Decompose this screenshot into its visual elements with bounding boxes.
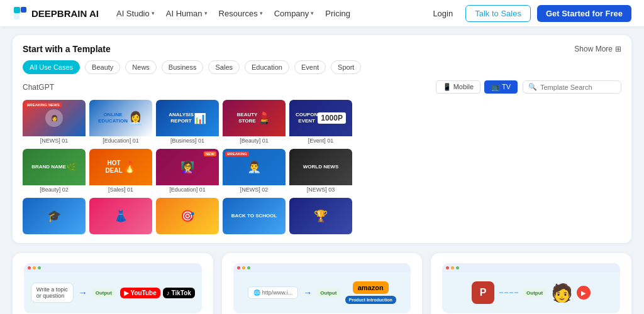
mobile-view-button[interactable]: 📱 Mobile <box>436 80 480 94</box>
template-search-box[interactable]: 🔍 <box>523 80 621 94</box>
output-badge: Output <box>317 289 340 297</box>
person-icon: 🧑 <box>551 283 573 303</box>
template-card[interactable]: BEAUTYSTORE 💄 [Beauty] 01 <box>223 100 286 145</box>
template-title: Start with a Template <box>23 44 111 54</box>
filter-news[interactable]: News <box>125 60 157 74</box>
new-badge: NEW <box>204 151 216 156</box>
ppt-illustration: P Output 🧑 ▶ <box>442 263 620 313</box>
svg-rect-0 <box>14 7 20 13</box>
nav-right: Login Talk to Sales Get Started for Free <box>426 5 631 22</box>
template-card-label: [Beauty] 01 <box>223 136 286 145</box>
nav-pricing[interactable]: Pricing <box>325 9 350 18</box>
template-card-label: [Sales] 01 <box>89 185 152 194</box>
chevron-down-icon: ▾ <box>152 10 155 16</box>
url-illustration: 🌐 http/www.i... → Output amazon Product … <box>233 263 411 313</box>
connector-line <box>499 292 518 293</box>
chevron-down-icon: ▾ <box>311 10 314 16</box>
filter-beauty[interactable]: Beauty <box>85 60 120 74</box>
template-card[interactable]: ONLINEEDUCATION 👩‍💼 [Education] 01 <box>89 100 152 145</box>
template-search-input[interactable] <box>540 84 616 91</box>
template-card[interactable]: 🏆 <box>289 198 352 234</box>
filter-all[interactable]: All Use Cases <box>23 60 80 74</box>
chevron-down-icon: ▾ <box>204 10 208 16</box>
logo-icon <box>13 6 28 21</box>
breaking-badge: BREAKING <box>225 151 249 156</box>
get-started-button[interactable]: Get Started for Free <box>537 5 631 22</box>
nav-resources[interactable]: Resources ▾ <box>219 9 263 18</box>
powerpoint-icon: P <box>472 281 494 304</box>
template-row-1: BREAKING NEWS 👩 [NEWS] 01 ONLINEEDUCATIO… <box>23 100 621 145</box>
filter-sales[interactable]: Sales <box>208 60 240 74</box>
prompt-illustration: Write a topicor question → Output ▶ YouT… <box>24 263 202 313</box>
template-card[interactable]: 👗 <box>89 198 152 234</box>
template-card[interactable]: 🎓 <box>23 198 86 234</box>
amazon-logo: amazon <box>353 281 389 294</box>
prompt-to-video-card: Write a topicor question → Output ▶ YouT… <box>13 253 213 314</box>
nav-company[interactable]: Company ▾ <box>274 9 314 18</box>
chatgpt-label: ChatGPT <box>23 83 54 92</box>
output-badge: Output <box>92 289 115 297</box>
arrow-icon: → <box>303 288 312 298</box>
breaking-badge: BREAKING NEWS <box>25 102 62 107</box>
arrow-icon: → <box>79 288 87 298</box>
template-card[interactable]: BREAKING 👨‍💼 [NEWS] 02 <box>223 149 286 194</box>
search-row: ChatGPT 📱 Mobile 📺 TV 🔍 <box>23 80 621 94</box>
search-icon: 🔍 <box>528 83 537 91</box>
template-card-label: [Event] 01 <box>289 136 352 145</box>
filter-education[interactable]: Education <box>245 60 289 74</box>
template-card[interactable]: WORLD NEWS [NEWS] 03 <box>289 149 352 194</box>
logo-text: DEEPBRAIN AI <box>31 8 99 19</box>
nav-links: AI Studio ▾ AI Human ▾ Resources ▾ Compa… <box>116 9 415 18</box>
template-card-label: [Education] 01 <box>89 136 152 145</box>
browser-bar <box>24 263 202 272</box>
template-row-2: BRAND NAME 🌿 [Beauty] 02 HOTDEAL 🔥 [Sale… <box>23 149 621 194</box>
navbar: DEEPBRAIN AI AI Studio ▾ AI Human ▾ Reso… <box>0 0 644 26</box>
expand-icon: ⊞ <box>615 45 621 53</box>
template-card[interactable]: BRAND NAME 🌿 [Beauty] 02 <box>23 149 86 194</box>
tiktok-logo: ♪ TikTok <box>163 288 195 298</box>
avatar: 👩 <box>45 109 63 127</box>
template-card[interactable]: BREAKING NEWS 👩 [NEWS] 01 <box>23 100 86 145</box>
logo[interactable]: DEEPBRAIN AI <box>13 6 99 21</box>
template-card[interactable]: NEW 👩‍🏫 [Education] 01 <box>156 149 219 194</box>
browser-bar <box>442 263 620 272</box>
template-card-label: [NEWS] 03 <box>289 185 352 194</box>
nav-ai-human[interactable]: AI Human ▾ <box>166 9 208 18</box>
youtube-logo: ▶ YouTube <box>120 288 160 298</box>
filter-row: All Use Cases Beauty News Business Sales… <box>23 60 621 74</box>
output-logos: ▶ YouTube ♪ TikTok <box>120 288 195 298</box>
show-more-button[interactable]: Show More ⊞ <box>574 45 621 53</box>
bottom-cards: Write a topicor question → Output ▶ YouT… <box>13 253 631 314</box>
tv-view-button[interactable]: 📺 TV <box>484 80 518 94</box>
nav-ai-studio[interactable]: AI Studio ▾ <box>116 9 155 18</box>
url-to-video-card: 🌐 http/www.i... → Output amazon Product … <box>222 253 423 314</box>
view-toggle: 📱 Mobile 📺 TV <box>436 80 518 94</box>
template-card-label: [Beauty] 02 <box>23 185 86 194</box>
template-card[interactable]: 🎯 <box>156 198 219 234</box>
svg-rect-2 <box>14 14 19 19</box>
template-card-label: [NEWS] 01 <box>23 136 86 145</box>
prompt-input-box: Write a topicor question <box>31 283 74 303</box>
filter-event[interactable]: Event <box>294 60 326 74</box>
template-card[interactable]: BACK TO SCHOOL <box>223 198 286 234</box>
template-header: Start with a Template Show More ⊞ <box>23 44 621 54</box>
play-button-icon: ▶ <box>577 286 591 300</box>
chevron-down-icon: ▾ <box>260 10 263 16</box>
template-card-label: [NEWS] 02 <box>223 185 286 194</box>
product-intro: Product Introduction <box>345 296 396 304</box>
template-card-label: [Business] 01 <box>156 136 219 145</box>
browser-bar <box>233 263 411 272</box>
template-section: Start with a Template Show More ⊞ All Us… <box>13 35 631 243</box>
talk-to-sales-button[interactable]: Talk to Sales <box>465 5 531 22</box>
template-grid: BREAKING NEWS 👩 [NEWS] 01 ONLINEEDUCATIO… <box>23 100 621 234</box>
template-card-label: [Education] 01 <box>156 185 219 194</box>
template-card[interactable]: COUPONEVENT 1000P [Event] 01 <box>289 100 352 145</box>
login-button[interactable]: Login <box>426 6 459 21</box>
filter-business[interactable]: Business <box>162 60 204 74</box>
filter-sport[interactable]: Sport <box>331 60 361 74</box>
template-card[interactable]: HOTDEAL 🔥 [Sales] 01 <box>89 149 152 194</box>
ppt-to-video-card: P Output 🧑 ▶ PowerPoint to Video Try for… <box>431 253 631 314</box>
template-row-3: 🎓 👗 🎯 BACK TO SCHOOL 🏆 <box>23 198 621 234</box>
main-content: Start with a Template Show More ⊞ All Us… <box>0 26 644 314</box>
template-card[interactable]: ANALYSISREPORT 📊 [Business] 01 <box>156 100 219 145</box>
